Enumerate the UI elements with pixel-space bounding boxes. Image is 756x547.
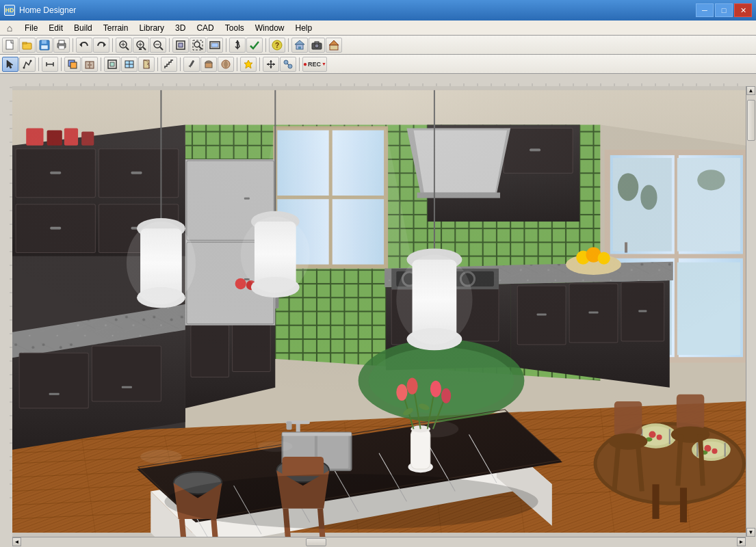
kitchen-scene-svg	[12, 86, 746, 537]
svg-line-21	[160, 47, 163, 50]
svg-rect-2	[23, 42, 27, 44]
3d-viewport[interactable]	[12, 86, 746, 537]
polyline-button[interactable]	[19, 57, 36, 72]
door-tool-button[interactable]	[138, 57, 155, 72]
undo-button[interactable]	[76, 38, 92, 53]
record-button[interactable]: ● REC ▼	[302, 57, 327, 72]
svg-point-271	[369, 347, 514, 414]
house-front-button[interactable]	[326, 38, 342, 53]
fill-tool-button[interactable]	[64, 57, 81, 72]
svg-point-367	[258, 441, 293, 452]
menu-library[interactable]: Library	[133, 21, 170, 35]
fill-screen-button[interactable]	[207, 38, 223, 53]
scroll-left-button[interactable]: ◄	[12, 537, 21, 546]
svg-rect-77	[0, 74, 12, 547]
stair-tool-button[interactable]	[161, 57, 177, 72]
new-button[interactable]	[2, 38, 18, 53]
menu-file[interactable]: File	[19, 21, 43, 35]
paint-button[interactable]	[183, 57, 200, 72]
menu-build[interactable]: Build	[68, 21, 98, 35]
save-button[interactable]	[36, 38, 53, 53]
close-button[interactable]: ✕	[734, 3, 752, 17]
window-title: Home Designer	[19, 5, 696, 15]
svg-point-361	[671, 426, 710, 442]
svg-rect-209	[26, 129, 43, 146]
svg-rect-8	[59, 46, 64, 49]
svg-line-12	[126, 47, 129, 50]
menu-cad[interactable]: CAD	[191, 21, 219, 35]
svg-rect-242	[49, 393, 60, 395]
scroll-thumb-vertical[interactable]	[747, 100, 755, 141]
svg-rect-50	[70, 62, 77, 68]
svg-rect-5	[41, 45, 48, 49]
zoom-magnify-button[interactable]	[116, 38, 132, 53]
camera-button[interactable]	[309, 38, 325, 53]
menu-terrain[interactable]: Terrain	[98, 21, 134, 35]
print-button[interactable]	[53, 38, 70, 53]
scroll-right-button[interactable]: ►	[737, 537, 746, 546]
svg-point-61	[147, 64, 148, 65]
svg-rect-24	[179, 43, 183, 47]
menu-3d[interactable]: 3D	[170, 21, 191, 35]
symbol-button[interactable]	[240, 57, 257, 72]
window-tool-button[interactable]	[121, 57, 138, 72]
cabinet-tool-button[interactable]	[81, 57, 98, 72]
svg-point-346	[649, 431, 655, 438]
top-ruler	[12, 74, 756, 86]
redo-button[interactable]	[93, 38, 109, 53]
menu-window[interactable]: Window	[250, 21, 290, 35]
scroll-up-button[interactable]: ▲	[746, 86, 755, 95]
svg-rect-211	[64, 129, 78, 146]
svg-line-76	[287, 64, 289, 65]
main-area: ▲ ▼ ◄ ►	[0, 74, 756, 547]
svg-line-362	[678, 435, 681, 486]
app-menu-icon[interactable]: ⌂	[3, 21, 16, 36]
window-controls: ─ □ ✕	[696, 3, 752, 17]
check-button[interactable]	[246, 38, 263, 53]
menu-edit[interactable]: Edit	[43, 21, 68, 35]
svg-point-44	[23, 66, 25, 68]
svg-rect-241	[92, 346, 161, 401]
svg-rect-341	[680, 488, 687, 522]
svg-rect-65	[205, 63, 212, 68]
maximize-button[interactable]: □	[715, 3, 733, 17]
select-tool-button[interactable]	[2, 57, 18, 72]
svg-marker-72	[267, 63, 269, 66]
separator-t2-1	[38, 57, 39, 71]
horizontal-scrollbar[interactable]: ◄ ►	[12, 537, 746, 547]
zoom-out-button[interactable]	[150, 38, 166, 53]
svg-marker-35	[295, 40, 304, 44]
svg-marker-67	[244, 60, 252, 68]
svg-rect-337	[282, 457, 324, 476]
separator-4	[226, 38, 226, 52]
menu-tools[interactable]: Tools	[220, 21, 250, 35]
help-button[interactable]: ?	[269, 38, 285, 53]
scroll-thumb-horizontal[interactable]	[306, 538, 326, 546]
svg-rect-356	[614, 401, 642, 436]
zoom-rect-button[interactable]	[190, 38, 206, 53]
menu-help[interactable]: Help	[289, 21, 317, 35]
3d-house-button[interactable]	[291, 38, 308, 53]
svg-rect-247	[233, 320, 271, 372]
scroll-down-button[interactable]: ▼	[746, 528, 755, 537]
transform-button[interactable]	[263, 57, 279, 72]
menu-bar: ⌂ File Edit Build Terrain Library 3D CAD…	[0, 21, 756, 36]
zoom-in-button[interactable]	[133, 38, 149, 53]
separator-t2-6	[237, 57, 237, 71]
material-button[interactable]	[218, 57, 234, 72]
svg-rect-29	[211, 43, 218, 47]
open-button[interactable]	[19, 38, 36, 53]
texture-button[interactable]	[200, 57, 217, 72]
interior-button[interactable]	[104, 57, 120, 72]
arrow-tool-button[interactable]	[229, 38, 246, 53]
dimension-button[interactable]	[42, 57, 58, 72]
minimize-button[interactable]: ─	[696, 3, 714, 17]
svg-point-368	[410, 421, 459, 437]
vertical-scrollbar[interactable]: ▲ ▼	[746, 86, 756, 537]
svg-point-309	[430, 381, 441, 397]
svg-point-226	[618, 173, 638, 200]
svg-rect-205	[51, 172, 61, 174]
zoom-fit-button[interactable]	[172, 38, 189, 53]
svg-rect-4	[42, 40, 47, 44]
connect-button[interactable]	[280, 57, 296, 72]
